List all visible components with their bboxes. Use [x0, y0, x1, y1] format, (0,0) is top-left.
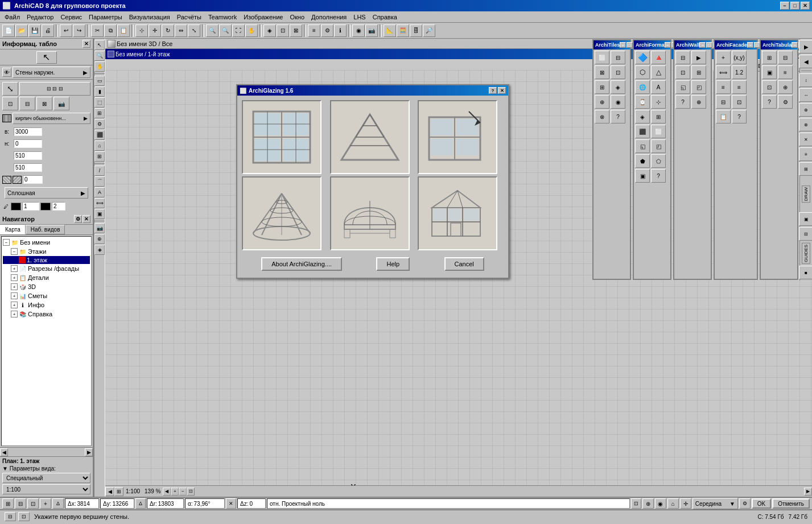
- tab-views[interactable]: Наб. видов: [26, 225, 65, 234]
- hscroll-icon[interactable]: ⊞: [114, 487, 123, 496]
- tree-root[interactable]: − 📁 Без имени: [3, 238, 90, 247]
- rtb-arc[interactable]: ⌒: [94, 176, 105, 187]
- af-btn-5[interactable]: 🌐: [635, 80, 650, 94]
- hscroll-right[interactable]: ▶: [804, 488, 812, 496]
- rtb-stair[interactable]: ⊞: [94, 151, 105, 162]
- tb-move[interactable]: ✛: [149, 24, 161, 37]
- tb-section[interactable]: ⊠: [290, 24, 302, 37]
- menu-service[interactable]: Сервис: [57, 13, 85, 22]
- zoom-in-small[interactable]: +: [171, 488, 179, 496]
- rtb-3d-path[interactable]: ◈: [94, 245, 105, 255]
- at-btn-6[interactable]: ◈: [611, 80, 625, 94]
- dialog-titlebar[interactable]: ⬜ ArchiGlazing 1.6 ? ✕: [237, 85, 508, 96]
- tree-floors[interactable]: − 📁 Этажи: [3, 247, 90, 256]
- af2-btn-1[interactable]: +: [716, 51, 731, 64]
- aw-btn-2[interactable]: ▶: [691, 51, 706, 64]
- af2-btn-2[interactable]: (x,y): [732, 51, 747, 64]
- about-button[interactable]: About ArchiGlazing....: [261, 257, 342, 271]
- expand-root[interactable]: −: [3, 239, 10, 246]
- rtb-zoom[interactable]: 🔍: [94, 51, 105, 61]
- cancel-button[interactable]: Отменить: [772, 498, 810, 509]
- rtb-line[interactable]: /: [94, 166, 105, 176]
- at-btn-4[interactable]: ⊡: [611, 65, 625, 79]
- menu-visualize[interactable]: Визуализация: [126, 13, 174, 22]
- tb-print[interactable]: 🖨: [42, 24, 54, 37]
- rtb-roof[interactable]: ⌂: [94, 141, 105, 151]
- rtb-object[interactable]: ⚙: [94, 119, 105, 129]
- menu-teamwork[interactable]: Teamwork: [205, 13, 240, 22]
- detail-tool[interactable]: ⊠: [36, 97, 52, 110]
- tb-database[interactable]: 🗄: [410, 24, 422, 37]
- archiwall-max[interactable]: □: [706, 42, 712, 48]
- frs-btn-9[interactable]: ⊞: [799, 162, 813, 176]
- frs-btn-12[interactable]: ■: [799, 266, 813, 279]
- restore-button[interactable]: □: [790, 2, 799, 10]
- at-btn-8[interactable]: ◉: [611, 95, 625, 109]
- tb-settings[interactable]: ⚙: [321, 24, 333, 37]
- expand-3d[interactable]: +: [11, 283, 18, 290]
- snap-icon-3[interactable]: ⌂: [667, 498, 679, 509]
- tree-3d[interactable]: + 🎲 3D: [3, 282, 90, 291]
- af2-btn-10[interactable]: ?: [732, 110, 747, 123]
- tree-details[interactable]: + 📋 Детали: [3, 273, 90, 282]
- af-btn-4[interactable]: △: [651, 65, 666, 79]
- snap-icon-2[interactable]: ◉: [655, 498, 666, 509]
- crop-tool[interactable]: ⊡: [2, 97, 18, 110]
- origin-toggle[interactable]: ⊡: [631, 498, 641, 509]
- offset2-input[interactable]: 0: [23, 175, 43, 184]
- archifacade-min[interactable]: −: [747, 42, 753, 48]
- tb-redo[interactable]: ↪: [73, 24, 85, 37]
- tb-floor-plan[interactable]: ⊡: [277, 24, 289, 37]
- cancel-small-icon[interactable]: ✕: [226, 498, 236, 509]
- af2-btn-6[interactable]: ≡: [732, 80, 747, 94]
- at-btn-5[interactable]: ⊞: [595, 80, 609, 94]
- info-panel-close[interactable]: ✕: [83, 40, 90, 48]
- tb-pan[interactable]: ✋: [245, 24, 258, 37]
- af-btn-13[interactable]: ◱: [635, 139, 650, 153]
- tb-find[interactable]: 🔎: [423, 24, 435, 37]
- dialog-close-btn[interactable]: ✕: [498, 87, 506, 94]
- menu-calc[interactable]: Расчёты: [174, 13, 205, 22]
- tb-select[interactable]: ⊹: [135, 24, 148, 37]
- width1-input[interactable]: [14, 151, 42, 160]
- af-btn-18[interactable]: ?: [651, 169, 666, 183]
- glazing-item-1[interactable]: [242, 100, 321, 174]
- nav-options-btn[interactable]: ⚙: [74, 215, 82, 223]
- glazing-item-2[interactable]: [330, 100, 410, 174]
- menu-editor[interactable]: Редактор: [23, 13, 57, 22]
- cbt-btn4[interactable]: +: [40, 498, 51, 509]
- atab-btn-4[interactable]: ≡: [778, 65, 793, 79]
- tb-rotate[interactable]: ↻: [162, 24, 174, 37]
- at-btn-3[interactable]: ⊠: [595, 65, 609, 79]
- dialog-help-btn[interactable]: ?: [489, 87, 497, 94]
- archititles-titlebar[interactable]: ArchiTiles − □ ✕: [593, 40, 630, 49]
- af-btn-2[interactable]: 🔺: [651, 51, 666, 64]
- archforma-min[interactable]: −: [665, 42, 671, 48]
- rtb-text[interactable]: A: [94, 187, 105, 197]
- at-btn-9[interactable]: ⊗: [595, 110, 609, 123]
- af-btn-6[interactable]: A: [651, 80, 666, 94]
- af-btn-15[interactable]: ⬟: [635, 154, 650, 168]
- rtb-dim[interactable]: ⟺: [94, 198, 105, 208]
- pen-input-1[interactable]: [22, 202, 39, 211]
- rtb-slab[interactable]: ⬛: [94, 130, 105, 140]
- architabula-min[interactable]: −: [792, 42, 798, 48]
- draw-label[interactable]: DRAW: [802, 185, 810, 203]
- frs-btn-3[interactable]: ↕: [799, 73, 813, 87]
- view-tool[interactable]: ⊟ ⊟ ⊟: [19, 82, 90, 96]
- af-btn-3[interactable]: ⬡: [635, 65, 650, 79]
- af-btn-11[interactable]: ⬛: [635, 125, 650, 138]
- view-type-select[interactable]: Специальный: [2, 473, 90, 483]
- rtb-column[interactable]: ▮: [94, 86, 105, 97]
- af2-btn-4[interactable]: 1.2: [732, 65, 747, 79]
- width2-input[interactable]: [14, 163, 42, 172]
- frs-btn-1[interactable]: ▶: [799, 40, 813, 53]
- rtb-pan[interactable]: ✋: [94, 61, 105, 72]
- help-button[interactable]: Help: [376, 257, 410, 271]
- zoom-fit-small[interactable]: ⊡: [187, 488, 195, 496]
- af-btn-9[interactable]: ◈: [635, 110, 650, 123]
- hscroll-left[interactable]: ◀: [105, 487, 114, 496]
- offset-input[interactable]: [14, 139, 42, 148]
- af-btn-16[interactable]: ⬠: [651, 154, 666, 168]
- af2-btn-7[interactable]: ⊟: [716, 95, 731, 109]
